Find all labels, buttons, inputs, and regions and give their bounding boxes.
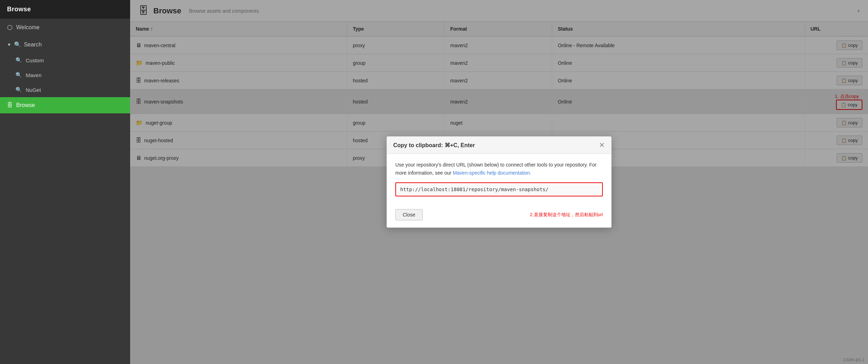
sidebar-nuget-label: NuGet bbox=[26, 87, 41, 93]
dialog-footer: Close 2.直接复制这个地址，然后粘贴到url bbox=[387, 206, 611, 227]
sidebar-maven-label: Maven bbox=[26, 72, 42, 78]
url-display[interactable]: http://localhost:18081/repository/maven-… bbox=[395, 182, 603, 196]
search-maven-icon: 🔍 bbox=[15, 72, 22, 78]
search-icon: 🔍 bbox=[14, 41, 21, 48]
sidebar-item-nuget[interactable]: 🔍 NuGet bbox=[0, 82, 130, 97]
close-button[interactable]: Close bbox=[395, 209, 423, 220]
sidebar-browse-label: Browse bbox=[16, 102, 35, 108]
search-nuget-icon: 🔍 bbox=[15, 87, 22, 93]
modal-overlay: Copy to clipboard: ⌘+C, Enter ✕ Use your… bbox=[130, 0, 868, 364]
dialog-body: Use your repository's direct URL (shown … bbox=[387, 154, 611, 206]
dialog-header: Copy to clipboard: ⌘+C, Enter ✕ bbox=[387, 137, 611, 154]
search-custom-icon: 🔍 bbox=[15, 57, 22, 63]
sidebar-welcome-label: Welcome bbox=[16, 24, 39, 31]
sidebar-item-welcome[interactable]: ⬡ Welcome bbox=[0, 19, 130, 36]
sidebar-title: Browse bbox=[0, 0, 130, 19]
dialog-description: Use your repository's direct URL (shown … bbox=[395, 161, 603, 177]
search-expand-icon: ▼ bbox=[7, 42, 11, 47]
database-icon: 🗄 bbox=[7, 102, 13, 108]
copy-dialog: Copy to clipboard: ⌘+C, Enter ✕ Use your… bbox=[387, 136, 612, 228]
hexagon-icon: ⬡ bbox=[7, 24, 13, 31]
sidebar-custom-label: Custom bbox=[26, 57, 44, 63]
sidebar: Browse ⬡ Welcome ▼ 🔍 Search 🔍 Custom 🔍 M… bbox=[0, 0, 130, 364]
sidebar-search-label: Search bbox=[24, 42, 42, 48]
sidebar-item-custom[interactable]: 🔍 Custom bbox=[0, 53, 130, 68]
sidebar-item-maven[interactable]: 🔍 Maven bbox=[0, 68, 130, 82]
main-content: 🗄 Browse Browse assets and components › … bbox=[130, 0, 868, 364]
sidebar-item-browse[interactable]: 🗄 Browse bbox=[0, 97, 130, 113]
annotation-2: 2.直接复制这个地址，然后粘贴到url bbox=[530, 212, 603, 218]
sidebar-search-section[interactable]: ▼ 🔍 Search bbox=[0, 36, 130, 53]
close-dialog-button[interactable]: ✕ bbox=[599, 142, 605, 149]
dialog-title: Copy to clipboard: ⌘+C, Enter bbox=[393, 142, 475, 149]
help-link[interactable]: Maven-specific help documentation. bbox=[453, 170, 531, 176]
